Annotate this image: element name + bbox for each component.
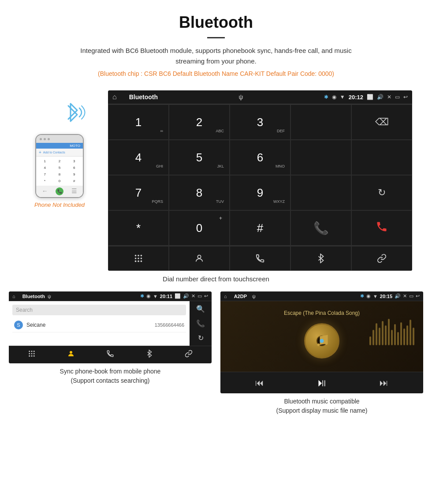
car-screen-dial: ⌂ Bluetooth ψ ✱ ◉ ▼ 20:12 ⬜ 🔊 ✕ ▭ ↩ 1∞ 2…: [108, 90, 412, 271]
home-icon[interactable]: ⌂: [112, 93, 117, 101]
dial-key-6[interactable]: 6MNO: [230, 140, 290, 175]
dial-bottom-keypad[interactable]: [108, 246, 169, 271]
dial-bottom-contacts[interactable]: [169, 246, 230, 271]
pb-link-icon[interactable]: [185, 350, 193, 360]
volume-icon[interactable]: 🔊: [377, 94, 384, 100]
music-body: Escape (The Pina Colada Song): [220, 301, 423, 372]
phone-key-6: 6: [67, 165, 81, 171]
phone-back-icon: ←: [42, 187, 48, 195]
phonebook-statusbar: ⌂ Bluetooth ψ ✱ ◉ ▼ 20:11 ⬜ 🔊 ✕ ▭ ↩: [9, 291, 212, 301]
svg-point-3: [135, 258, 137, 259]
svg-point-0: [135, 255, 137, 257]
phone-illustration: MOTO Add to Contacts 1 2 3 4 5 6 7 8 9 *…: [20, 99, 99, 208]
pb-close-icon[interactable]: ✕: [191, 293, 195, 299]
phone-call-button: 📞: [56, 187, 63, 195]
pb-home-icon[interactable]: ⌂: [12, 294, 15, 299]
dial-empty-1: [290, 105, 351, 140]
dial-empty-3: [351, 140, 412, 175]
music-close-icon[interactable]: ✕: [403, 293, 407, 299]
dial-key-3[interactable]: 3DEF: [230, 105, 290, 140]
svg-point-20: [320, 339, 324, 343]
dial-empty-2: [290, 140, 351, 175]
phonebook-search-field[interactable]: Search: [12, 305, 186, 315]
close-icon[interactable]: ✕: [387, 94, 391, 100]
pb-loc-icon: ◉: [146, 293, 151, 299]
dial-bottom-link[interactable]: [351, 246, 412, 271]
dial-key-8[interactable]: 8TUV: [169, 175, 230, 210]
back-icon[interactable]: ↩: [403, 94, 408, 100]
music-title: A2DP: [234, 294, 247, 299]
phone-key-7: 7: [38, 172, 52, 177]
pb-bluetooth-icon[interactable]: [145, 350, 153, 360]
phone-menu-icon: ☰: [71, 187, 77, 195]
music-vol-icon[interactable]: 🔊: [395, 293, 401, 299]
dial-section: MOTO Add to Contacts 1 2 3 4 5 6 7 8 9 *…: [0, 90, 432, 271]
bluetooth-specs: (Bluetooth chip : CSR BC6 Default Blueto…: [9, 70, 423, 77]
dial-bottom-bluetooth[interactable]: [290, 246, 351, 271]
pb-phone-icon[interactable]: [106, 350, 114, 360]
music-prev-icon[interactable]: ⏮: [255, 378, 264, 388]
pb-refresh-icon[interactable]: ↻: [198, 334, 204, 342]
phonebook-screen: ⌂ Bluetooth ψ ✱ ◉ ▼ 20:11 ⬜ 🔊 ✕ ▭ ↩: [9, 291, 212, 363]
pb-cam-icon[interactable]: ⬜: [175, 293, 181, 299]
dial-key-2[interactable]: 2ABC: [169, 105, 230, 140]
pb-person-icon[interactable]: [67, 350, 75, 360]
phonebook-bottombar: [9, 346, 212, 363]
pb-statusbar-right: ✱ ◉ ▼ 20:11 ⬜ 🔊 ✕ ▭ ↩: [140, 293, 208, 299]
bottom-screenshots: ⌂ Bluetooth ψ ✱ ◉ ▼ 20:11 ⬜ 🔊 ✕ ▭ ↩: [0, 291, 432, 424]
phonebook-screenshot-block: ⌂ Bluetooth ψ ✱ ◉ ▼ 20:11 ⬜ 🔊 ✕ ▭ ↩: [9, 291, 212, 415]
dial-key-9[interactable]: 9WXYZ: [230, 175, 290, 210]
dial-key-7[interactable]: 7PQRS: [108, 175, 169, 210]
music-screen: ⌂ A2DP ψ ✱ ◉ ▼ 20:15 🔊 ✕ ▭ ↩ Escape (The…: [220, 291, 423, 393]
pb-time: 20:11: [160, 294, 172, 299]
music-play-pause-icon[interactable]: ⏯: [317, 377, 327, 389]
music-layout-icon[interactable]: ▭: [409, 293, 413, 299]
phone-bottom: ← 📞 ☰: [36, 186, 83, 197]
bluetooth-status-icon: ✱: [324, 94, 328, 100]
usb-icon: ψ: [238, 93, 243, 101]
phone-key-1: 1: [38, 158, 52, 164]
svg-point-1: [138, 255, 139, 257]
dial-key-5[interactable]: 5JKL: [169, 140, 230, 175]
svg-point-11: [31, 351, 33, 352]
music-album-art: [304, 323, 339, 358]
phone-dot-3: [48, 138, 50, 140]
dial-key-4[interactable]: 4GHI: [108, 140, 169, 175]
svg-point-9: [197, 255, 201, 258]
pb-grid-icon[interactable]: [28, 350, 36, 360]
dial-call-green[interactable]: 📞: [290, 210, 351, 246]
pb-search-icon[interactable]: 🔍: [196, 305, 205, 313]
phone-mockup: MOTO Add to Contacts 1 2 3 4 5 6 7 8 9 *…: [35, 134, 84, 198]
dial-key-1[interactable]: 1∞: [108, 105, 169, 140]
phone-key-8: 8: [52, 172, 66, 177]
layout-icon[interactable]: ▭: [395, 94, 400, 100]
dial-bottom-phone[interactable]: [230, 246, 290, 271]
dial-key-0[interactable]: 0+: [169, 210, 230, 246]
music-statusbar-right: ✱ ◉ ▼ 20:15 🔊 ✕ ▭ ↩: [360, 293, 420, 299]
dial-key-star[interactable]: *: [108, 210, 169, 246]
dial-call-red[interactable]: [351, 210, 412, 246]
location-icon: ◉: [332, 94, 336, 100]
signal-icon: ▼: [340, 94, 345, 100]
phonebook-contact-row[interactable]: S Seicane 13566664466: [12, 318, 186, 332]
music-next-icon[interactable]: ⏭: [380, 378, 388, 388]
pb-layout-icon[interactable]: ▭: [197, 293, 202, 299]
dial-backspace[interactable]: ⌫: [351, 105, 412, 140]
camera-icon[interactable]: ⬜: [367, 94, 373, 100]
phonebook-caption: Sync phone-book from mobile phone (Suppo…: [60, 367, 161, 385]
music-back-icon[interactable]: ↩: [416, 293, 420, 299]
phone-key-2: 2: [52, 158, 66, 164]
music-home-icon[interactable]: ⌂: [224, 294, 227, 299]
call-green-icon: 📞: [313, 221, 329, 235]
phone-brand-bar: MOTO: [36, 143, 83, 149]
pb-back-icon[interactable]: ↩: [204, 293, 208, 299]
svg-point-4: [138, 258, 139, 259]
phone-keypad: 1 2 3 4 5 6 7 8 9 * 0 #: [36, 157, 83, 186]
phone-top-bar: [36, 135, 83, 143]
pb-vol-icon[interactable]: 🔊: [183, 293, 189, 299]
pb-call-icon[interactable]: 📞: [196, 319, 205, 328]
svg-point-17: [31, 355, 33, 357]
dial-key-hash[interactable]: #: [230, 210, 290, 246]
dial-redial[interactable]: ↻: [351, 175, 412, 210]
music-usb-icon: ψ: [252, 294, 256, 299]
